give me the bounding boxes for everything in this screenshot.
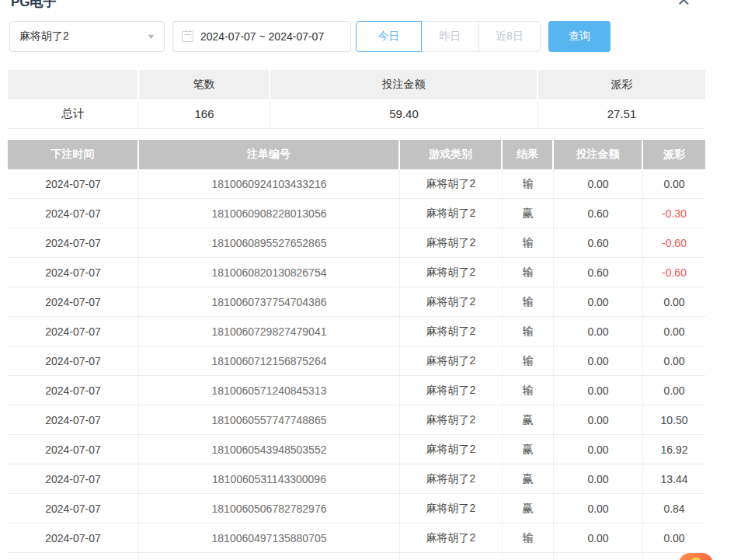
table-row: 2024-07-07 1810060908228013056 麻将胡了2 赢 0… — [8, 199, 705, 228]
cell-payout: 0.84 — [643, 494, 705, 523]
last8days-button[interactable]: 近8日 — [478, 21, 541, 52]
cell-result: 输 — [503, 346, 554, 375]
table-row: 2024-07-07 1810060506782782976 麻将胡了2 赢 0… — [8, 494, 705, 523]
cell-bet-id: 1810060497135880705 — [139, 523, 400, 552]
cell-result: 输 — [503, 169, 554, 198]
header-payout: 派彩 — [643, 140, 705, 169]
summary-header-payout: 派彩 — [538, 70, 705, 99]
chevron-down-icon: ▼ — [146, 33, 155, 40]
cell-bet-time: 2024-07-07 — [8, 258, 139, 287]
cell-bet-time: 2024-07-07 — [8, 346, 139, 375]
table-header-row: 下注时间 注单编号 游戏类别 结果 投注金额 派彩 — [8, 140, 705, 169]
cell-bet-time: 2024-07-07 — [8, 199, 139, 228]
cell-bet-id: 1810060712156875264 — [139, 346, 400, 375]
filter-bar: 麻将胡了2 ▼ 2024-07-07 ~ 2024-07-07 今日 昨日 近8… — [9, 21, 611, 52]
cell-game-type: 麻将胡了2 — [400, 287, 503, 316]
cell-game-type: 麻将胡了2 — [400, 199, 503, 228]
cell-bet-id: 1810060908228013056 — [139, 199, 400, 228]
cell-bet-time: 2024-07-07 — [8, 317, 139, 346]
cell-bet-id: 1810060506782782976 — [139, 494, 400, 523]
cell-bet-id: 1810060924103433216 — [139, 169, 400, 198]
cell-bet-amount: 0.00 — [554, 464, 643, 493]
cell-payout: 0.00 — [643, 287, 705, 316]
cell-result: 输 — [503, 523, 554, 552]
cell-result: 输 — [503, 376, 554, 405]
cell-bet-id: 1810060571240845313 — [139, 376, 400, 405]
summary-total-bet-amount: 59.40 — [270, 99, 538, 128]
cell-bet-id: 1810060531143300096 — [139, 464, 400, 493]
table-row: 2024-07-07 1810060543948503552 麻将胡了2 赢 0… — [8, 435, 705, 464]
table-body: 2024-07-07 1810060924103433216 麻将胡了2 输 0… — [8, 169, 705, 553]
cell-payout: -0.30 — [643, 199, 705, 228]
summary-total-count: 166 — [139, 99, 270, 128]
cell-game-type: 麻将胡了2 — [400, 376, 503, 405]
cell-game-type: 麻将胡了2 — [400, 523, 503, 552]
cell-payout: 10.50 — [643, 405, 705, 434]
cell-bet-amount: 0.00 — [554, 405, 643, 434]
cell-bet-time: 2024-07-07 — [8, 523, 139, 552]
cell-payout: 0.00 — [643, 523, 705, 552]
summary-header-count: 笔数 — [139, 70, 270, 99]
cell-payout: 0.00 — [643, 346, 705, 375]
summary-table: 笔数 投注金额 派彩 总计 166 59.40 27.51 — [8, 70, 705, 129]
cell-bet-id: 1810060543948503552 — [139, 435, 400, 464]
table-row: 2024-07-07 1810060895527652865 麻将胡了2 输 0… — [8, 228, 705, 258]
summary-total-row: 总计 166 59.40 27.51 — [8, 99, 705, 129]
cell-result: 赢 — [503, 435, 554, 464]
cell-game-type: 麻将胡了2 — [400, 258, 503, 287]
cell-game-type: 麻将胡了2 — [400, 464, 503, 493]
cell-payout: 0.00 — [643, 317, 705, 346]
date-range-picker[interactable]: 2024-07-07 ~ 2024-07-07 — [172, 21, 351, 52]
coin-icon — [690, 557, 702, 560]
summary-header-bet-amount: 投注金额 — [270, 70, 538, 99]
cell-result: 赢 — [503, 464, 554, 493]
cell-bet-amount: 0.00 — [554, 346, 643, 375]
table-row: 2024-07-07 1810060497135880705 麻将胡了2 输 0… — [8, 523, 705, 553]
cell-game-type: 麻将胡了2 — [400, 169, 503, 198]
cell-bet-id: 1810060895527652865 — [139, 228, 400, 257]
table-row: 2024-07-07 1810060557747748865 麻将胡了2 赢 0… — [8, 405, 705, 435]
cell-bet-time: 2024-07-07 — [8, 169, 139, 198]
summary-header-blank — [8, 70, 139, 99]
table-row-partial — [8, 553, 705, 560]
table-row: 2024-07-07 1810060820130826754 麻将胡了2 输 0… — [8, 258, 705, 287]
today-button[interactable]: 今日 — [356, 21, 422, 52]
cell-payout: 13.44 — [643, 464, 705, 493]
cell-bet-time: 2024-07-07 — [8, 405, 139, 434]
summary-header-row: 笔数 投注金额 派彩 — [8, 70, 705, 99]
cell-bet-time: 2024-07-07 — [8, 464, 139, 493]
cell-bet-id: 1810060737754704386 — [139, 287, 400, 316]
cell-bet-amount: 0.00 — [554, 523, 643, 552]
yesterday-button[interactable]: 昨日 — [421, 21, 479, 52]
cell-bet-amount: 0.00 — [554, 494, 643, 523]
page-title: PG电子 — [11, 0, 57, 11]
cell-bet-amount: 0.00 — [554, 287, 643, 316]
cell-result: 赢 — [503, 199, 554, 228]
query-button[interactable]: 查询 — [548, 21, 611, 52]
cell-game-type: 麻将胡了2 — [400, 346, 503, 375]
cell-game-type: 麻将胡了2 — [400, 494, 503, 523]
bet-records-table: 下注时间 注单编号 游戏类别 结果 投注金额 派彩 2024-07-07 181… — [8, 140, 705, 560]
cell-bet-amount: 0.60 — [554, 228, 643, 257]
table-row: 2024-07-07 1810060737754704386 麻将胡了2 输 0… — [8, 287, 705, 317]
cell-bet-amount: 0.60 — [554, 258, 643, 287]
table-row: 2024-07-07 1810060712156875264 麻将胡了2 输 0… — [8, 346, 705, 376]
cell-bet-time: 2024-07-07 — [8, 376, 139, 405]
game-select[interactable]: 麻将胡了2 ▼ — [9, 21, 165, 52]
cell-result: 输 — [503, 258, 554, 287]
cell-bet-id: 1810060557747748865 — [139, 405, 400, 434]
cell-bet-amount: 0.00 — [554, 169, 643, 198]
date-range-value: 2024-07-07 ~ 2024-07-07 — [200, 30, 324, 43]
cell-bet-amount: 0.00 — [554, 435, 643, 464]
cell-bet-amount: 0.00 — [554, 376, 643, 405]
cell-result: 输 — [503, 317, 554, 346]
cell-result: 赢 — [503, 494, 554, 523]
close-icon[interactable]: × — [677, 0, 690, 11]
table-row: 2024-07-07 1810060924103433216 麻将胡了2 输 0… — [8, 169, 705, 199]
cell-bet-time: 2024-07-07 — [8, 494, 139, 523]
cell-payout: 0.00 — [643, 169, 705, 198]
cell-bet-amount: 0.00 — [554, 317, 643, 346]
floating-service-button[interactable] — [679, 553, 713, 560]
cell-payout: 16.92 — [643, 435, 705, 464]
summary-total-payout: 27.51 — [538, 99, 705, 128]
